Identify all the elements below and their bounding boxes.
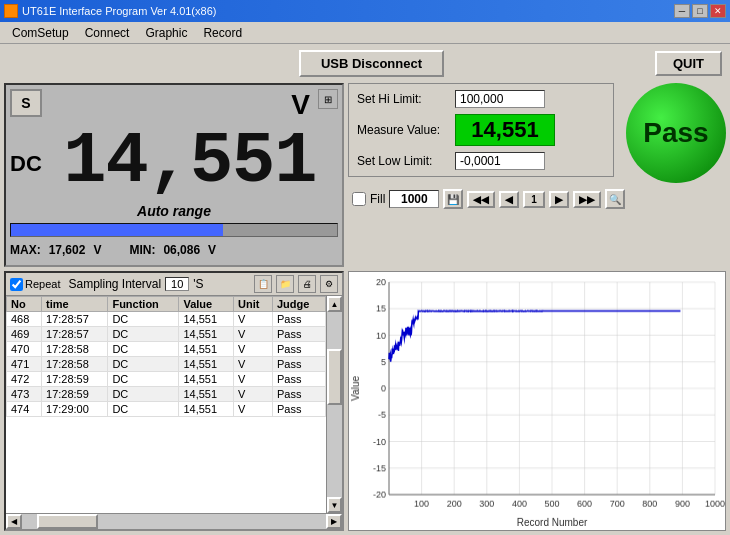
cell-judge: Pass [272, 402, 325, 417]
max-label: MAX: [10, 243, 41, 257]
title-text: UT61E Interface Program Ver 4.01(x86) [4, 4, 216, 18]
table-icon-3[interactable]: 🖨 [298, 275, 316, 293]
cell-time: 17:28:59 [42, 387, 108, 402]
interval-input[interactable] [165, 277, 189, 291]
record-count-input[interactable] [389, 190, 439, 208]
scroll-horiz-track[interactable] [22, 514, 326, 529]
col-value: Value [179, 297, 234, 312]
max-unit: V [93, 243, 101, 257]
menu-connect[interactable]: Connect [77, 24, 138, 42]
hi-limit-row: Set Hi Limit: [357, 90, 605, 108]
measure-value-row: Measure Value: 14,551 [357, 114, 605, 146]
cell-judge: Pass [272, 342, 325, 357]
auto-range-label: Auto range [10, 203, 338, 219]
cell-judge: Pass [272, 372, 325, 387]
cell-judge: Pass [272, 387, 325, 402]
progress-bar-container [10, 223, 338, 237]
cell-no: 474 [7, 402, 42, 417]
scroll-up-btn[interactable]: ▲ [327, 296, 342, 312]
progress-bar [11, 224, 223, 236]
right-panel: Set Hi Limit: Measure Value: 14,551 Set … [348, 83, 726, 267]
table-row[interactable]: 47417:29:00DC14,551VPass [7, 402, 326, 417]
cell-judge: Pass [272, 312, 325, 327]
repeat-checkbox[interactable] [10, 278, 23, 291]
table-row[interactable]: 46917:28:57DC14,551VPass [7, 327, 326, 342]
zoom-icon[interactable]: 🔍 [605, 189, 625, 209]
cell-time: 17:28:57 [42, 327, 108, 342]
menu-comsetup[interactable]: ComSetup [4, 24, 77, 42]
app-icon [4, 4, 18, 18]
app-title: UT61E Interface Program Ver 4.01(x86) [22, 5, 216, 17]
display-icon: ⊞ [318, 89, 338, 109]
display-top: S V ⊞ [10, 89, 338, 121]
close-button[interactable]: ✕ [710, 4, 726, 18]
limits-left: Set Hi Limit: Measure Value: 14,551 Set … [348, 83, 614, 183]
cell-unit: V [234, 342, 273, 357]
nav-first-button[interactable]: ◀◀ [467, 191, 495, 208]
table-icon-4[interactable]: ⚙ [320, 275, 338, 293]
cell-time: 17:28:58 [42, 357, 108, 372]
cell-no: 471 [7, 357, 42, 372]
cell-unit: V [234, 402, 273, 417]
cell-no: 470 [7, 342, 42, 357]
unit-display: V [291, 89, 310, 121]
table-icon-1[interactable]: 📋 [254, 275, 272, 293]
lcd-number-display: 14,551 [42, 121, 338, 203]
table-section: Repeat Sampling Interval 'S 📋 📁 🖨 ⚙ No [4, 271, 344, 531]
hi-limit-input[interactable] [455, 90, 545, 108]
limits-and-pass: Set Hi Limit: Measure Value: 14,551 Set … [348, 83, 726, 183]
menu-bar: ComSetup Connect Graphic Record [0, 22, 730, 44]
menu-graphic[interactable]: Graphic [137, 24, 195, 42]
pass-indicator: Pass [626, 83, 726, 183]
cell-no: 473 [7, 387, 42, 402]
fill-label: Fill [370, 192, 385, 206]
usb-status-area: USB Disconnect [88, 50, 655, 77]
cell-function: DC [108, 327, 179, 342]
cell-unit: V [234, 312, 273, 327]
table-row[interactable]: 47217:28:59DC14,551VPass [7, 372, 326, 387]
low-limit-input[interactable] [455, 152, 545, 170]
cell-function: DC [108, 342, 179, 357]
quit-button[interactable]: QUIT [655, 51, 722, 76]
nav-last-button[interactable]: ▶▶ [573, 191, 601, 208]
low-limit-row: Set Low Limit: [357, 152, 605, 170]
cell-unit: V [234, 327, 273, 342]
col-no: No [7, 297, 42, 312]
cell-value: 14,551 [179, 342, 234, 357]
nav-next-button[interactable]: ▶ [549, 191, 569, 208]
table-scrollbar[interactable]: ▲ ▼ [326, 296, 342, 513]
min-unit: V [208, 243, 216, 257]
fill-checkbox[interactable] [352, 192, 366, 206]
min-label: MIN: [129, 243, 155, 257]
horizontal-scrollbar[interactable]: ◀ ▶ [6, 513, 342, 529]
table-body: 46817:28:57DC14,551VPass46917:28:57DC14,… [7, 312, 326, 417]
measure-value-label: Measure Value: [357, 123, 447, 137]
cell-no: 468 [7, 312, 42, 327]
scroll-track[interactable] [327, 312, 342, 497]
col-time: time [42, 297, 108, 312]
repeat-label: Repeat [25, 278, 60, 290]
menu-record[interactable]: Record [195, 24, 250, 42]
table-row[interactable]: 47117:28:58DC14,551VPass [7, 357, 326, 372]
table-row[interactable]: 46817:28:57DC14,551VPass [7, 312, 326, 327]
table-row[interactable]: 47317:28:59DC14,551VPass [7, 387, 326, 402]
s-box: S [10, 89, 42, 117]
table-icon-2[interactable]: 📁 [276, 275, 294, 293]
scroll-down-btn[interactable]: ▼ [327, 497, 342, 513]
nav-prev-button[interactable]: ◀ [499, 191, 519, 208]
scroll-left-btn[interactable]: ◀ [6, 514, 22, 529]
scroll-right-btn[interactable]: ▶ [326, 514, 342, 529]
save-icon[interactable]: 💾 [443, 189, 463, 209]
main-content: USB Disconnect QUIT S V ⊞ DC 14,551 Auto… [0, 44, 730, 535]
table-row[interactable]: 47017:28:58DC14,551VPass [7, 342, 326, 357]
col-judge: Judge [272, 297, 325, 312]
interval-unit: 'S [193, 277, 203, 291]
scroll-horiz-thumb[interactable] [37, 514, 98, 529]
cell-judge: Pass [272, 327, 325, 342]
min-value: 06,086 [163, 243, 200, 257]
controls-row: Fill 💾 ◀◀ ◀ 1 ▶ ▶▶ 🔍 [348, 187, 726, 211]
maximize-button[interactable]: □ [692, 4, 708, 18]
minimize-button[interactable]: ─ [674, 4, 690, 18]
scroll-thumb[interactable] [327, 349, 342, 405]
bottom-panel: Repeat Sampling Interval 'S 📋 📁 🖨 ⚙ No [4, 271, 726, 531]
